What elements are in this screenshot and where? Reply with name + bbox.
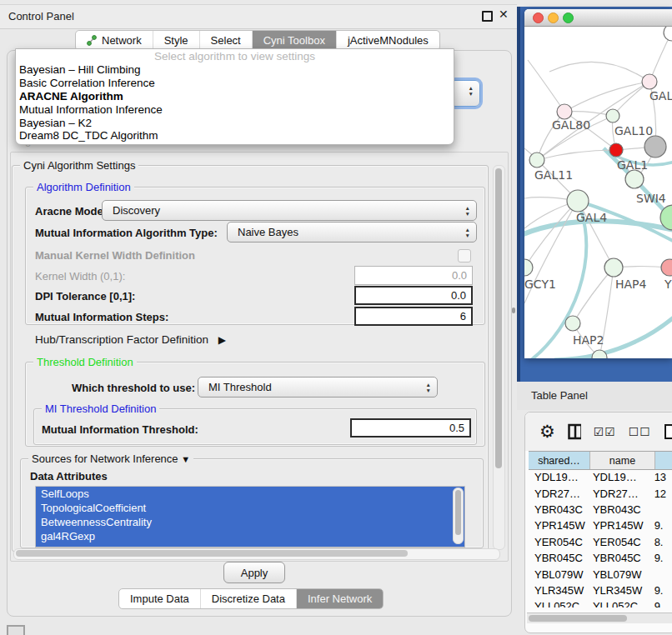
node-hap2[interactable] — [565, 316, 580, 331]
table-cell: YLR345W — [587, 584, 649, 597]
node-salmon[interactable] — [661, 259, 672, 276]
settings-hscrollbar[interactable] — [13, 548, 500, 560]
hub-definition-toggle[interactable]: Hub/Transcription Factor Definition ▶ — [35, 333, 226, 346]
table-row[interactable]: YBR045CYBR045C9. — [529, 550, 672, 566]
splitter-handle[interactable] — [512, 308, 515, 313]
zoom-window-icon[interactable] — [563, 12, 574, 23]
node-gcy1[interactable] — [524, 259, 533, 276]
bottom-tab-discretize-data[interactable]: Discretize Data — [201, 589, 297, 608]
node-gal1[interactable] — [609, 143, 623, 157]
dropdown-item-aracne-algorithm[interactable]: ARACNE Algorithm — [16, 90, 454, 103]
network-edge[interactable] — [549, 62, 649, 82]
float-panel-icon[interactable] — [482, 11, 493, 22]
bottom-tab-impute-data[interactable]: Impute Data — [119, 589, 201, 608]
tab-style[interactable]: Style — [153, 31, 200, 50]
close-panel-icon[interactable]: ✕ — [499, 8, 509, 21]
network-edge[interactable] — [564, 82, 649, 112]
node-swi4[interactable] — [625, 170, 644, 188]
unchecked-boxes-icon[interactable]: ☐☐ — [629, 425, 651, 438]
node-gal80[interactable] — [557, 104, 572, 119]
node-gcy1-label: GCY1 — [524, 278, 556, 291]
dropdown-item-basic-correlation-inference[interactable]: Basic Correlation Inference — [16, 77, 454, 90]
attribute-item-betweennesscentrality[interactable]: BetweennessCentrality — [36, 515, 464, 529]
minimized-panel-icon[interactable] — [7, 625, 25, 635]
document-icon[interactable] — [664, 423, 672, 440]
table-row[interactable]: YER054CYER054C8. — [529, 534, 672, 550]
column-header-name[interactable]: name — [590, 452, 655, 469]
node-gal1-label: GAL1 — [617, 158, 648, 172]
apply-button[interactable]: Apply — [223, 562, 285, 583]
node-gray[interactable] — [644, 136, 666, 158]
node-gal-top[interactable] — [642, 74, 657, 89]
table-body[interactable]: YDL19…YDL19…13YDR27…YDR27…12YBR043CYBR04… — [529, 469, 672, 608]
table-cell: YBR043C — [529, 503, 587, 516]
table-hscrollbar[interactable] — [527, 612, 672, 623]
attribute-item-selfloops[interactable]: SelfLoops — [36, 487, 464, 501]
dropdown-item-mutual-information-inference[interactable]: Mutual Information Inference — [16, 103, 454, 117]
table-header-row: shared…name — [529, 451, 672, 470]
table-row[interactable]: YBR043CYBR043C — [529, 502, 672, 518]
checked-boxes-icon[interactable]: ☑☑ — [594, 425, 616, 438]
mi-threshold-group-label: MI Threshold Definition — [42, 402, 159, 415]
kernel-width-field[interactable]: 0.0 — [354, 266, 473, 285]
node-hap4[interactable] — [604, 258, 623, 277]
node-top-white[interactable] — [664, 27, 672, 41]
dropdown-item-dream8-dc-tdc-algorithm[interactable]: Dream8 DC_TDC Algorithm — [16, 129, 454, 142]
settings-scrollbar[interactable] — [493, 165, 505, 550]
tab-jactivemnodules[interactable]: jActiveMNodules — [337, 31, 439, 50]
table-row[interactable]: YDR27…YDR27…12 — [529, 485, 672, 501]
tab-network[interactable]: Network — [76, 31, 153, 50]
table-cell: YBR045C — [587, 552, 649, 564]
mi-steps-field[interactable]: 6 — [354, 307, 473, 326]
node-gal11[interactable] — [529, 152, 544, 168]
node-gal4-label: GAL4 — [576, 211, 607, 224]
node-salmon-label: Y — [664, 278, 672, 291]
minimize-window-icon[interactable] — [548, 12, 559, 23]
table-cell: YBL079W — [587, 568, 649, 581]
table-cell: YDR27… — [587, 488, 649, 500]
network-window[interactable]: GALGAL80GAL10GAL1SWI4GAL11GAL4GCY1HAP4YH… — [524, 9, 672, 358]
algorithm-combobox-fragment[interactable]: ▲▼ — [450, 80, 480, 107]
which-threshold-label: Which threshold to use: — [72, 382, 195, 394]
algorithm-dropdown: Select algorithm to view settings Bayesi… — [15, 48, 454, 145]
table-row[interactable]: YLL052CYLL052C9 — [529, 598, 672, 608]
bottom-tab-infer-network[interactable]: Infer Network — [297, 589, 383, 608]
column-header-3[interactable] — [655, 452, 672, 469]
table-cell: 8. — [649, 536, 672, 548]
attribute-item-topologicalcoefficient[interactable]: TopologicalCoefficient — [36, 501, 464, 515]
split-panel-icon[interactable] — [568, 423, 581, 440]
gear-icon[interactable]: ⚙ — [539, 422, 555, 442]
manual-kernel-checkbox[interactable] — [458, 249, 471, 262]
tab-cyni-toolbox[interactable]: Cyni Toolbox — [253, 31, 337, 50]
network-window-titlebar[interactable] — [524, 9, 672, 27]
mi-threshold-field[interactable]: 0.5 — [350, 418, 471, 438]
which-threshold-combobox[interactable]: MI Threshold ▲▼ — [198, 377, 438, 398]
column-header-shared[interactable]: shared… — [529, 452, 590, 469]
dropdown-item-bayesian-hill-climbing[interactable]: Bayesian – Hill Climbing — [16, 63, 454, 77]
expand-right-icon: ▶ — [218, 334, 226, 346]
network-view[interactable]: GALGAL80GAL10GAL1SWI4GAL11GAL4GCY1HAP4YH… — [524, 27, 672, 358]
table-row[interactable]: YPR145WYPR145W9. — [529, 518, 672, 533]
network-edge[interactable] — [573, 268, 614, 323]
mi-type-combobox[interactable]: Naive Bayes ▲▼ — [227, 222, 477, 242]
dropdown-item-bayesian-k2[interactable]: Bayesian – K2 — [16, 117, 454, 130]
network-edge[interactable] — [524, 201, 578, 268]
table-row[interactable]: YLR345WYLR345W9. — [529, 582, 672, 598]
close-window-icon[interactable] — [533, 12, 544, 23]
table-row[interactable]: YBL079WYBL079W — [529, 566, 672, 582]
attribute-item-gal4rgexp[interactable]: gal4RGexp — [36, 529, 464, 543]
node-gal4[interactable] — [567, 190, 589, 212]
table-cell: YPR145W — [587, 519, 649, 532]
node-gal10[interactable] — [606, 109, 619, 122]
which-threshold-value: MI Threshold — [208, 381, 272, 393]
data-attributes-list[interactable]: SelfLoopsTopologicalCoefficientBetweenne… — [35, 486, 465, 548]
combobox-stepper-icon: ▲▼ — [469, 85, 474, 97]
dpi-tolerance-field[interactable]: 0.0 — [354, 286, 473, 305]
tab-select[interactable]: Select — [200, 31, 253, 50]
aracne-mode-combobox[interactable]: Discovery ▲▼ — [102, 200, 477, 221]
table-cell: 12 — [649, 488, 672, 500]
attributes-scrollbar[interactable] — [453, 488, 464, 544]
dropdown-placeholder: Select algorithm to view settings — [16, 49, 454, 63]
table-row[interactable]: YDL19…YDL19…13 — [529, 469, 672, 485]
sources-group-label[interactable]: Sources for Network Inference ▼ — [28, 452, 193, 465]
